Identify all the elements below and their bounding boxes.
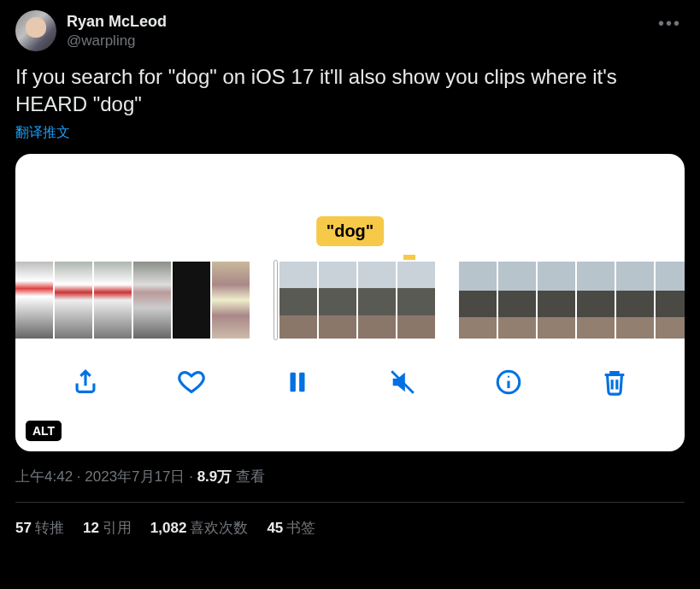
retweets-stat[interactable]: 57转推 <box>15 518 64 538</box>
bookmarks-count: 45 <box>267 520 283 536</box>
playhead[interactable] <box>274 260 278 340</box>
clip-thumbnail <box>616 262 654 339</box>
author-names: Ryan McLeod @warpling <box>67 10 167 50</box>
tweet-body: If you search for "dog" on iOS 17 it'll … <box>15 63 685 119</box>
clip-thumbnail <box>538 262 575 339</box>
alt-badge[interactable]: ALT <box>26 421 62 441</box>
quotes-label: 引用 <box>103 520 132 536</box>
media-attachment[interactable]: "dog" <box>15 154 685 451</box>
clip-thumbnail <box>173 262 210 339</box>
svg-point-5 <box>508 375 509 377</box>
tweet-container: Ryan McLeod @warpling ••• If you search … <box>0 0 700 548</box>
views-count: 8.9万 <box>197 468 232 485</box>
transcript-caption: "dog" <box>316 216 385 246</box>
retweets-count: 57 <box>15 520 32 536</box>
quotes-stat[interactable]: 12引用 <box>83 518 132 538</box>
bookmarks-stat[interactable]: 45书签 <box>267 518 315 538</box>
heart-icon[interactable] <box>174 364 209 400</box>
share-icon[interactable] <box>68 364 103 400</box>
quotes-count: 12 <box>83 520 99 536</box>
clip-thumbnail <box>94 262 132 339</box>
pause-icon[interactable] <box>279 364 315 400</box>
clip-thumbnail <box>55 262 92 339</box>
caption-area: "dog" <box>15 154 685 246</box>
author-handle[interactable]: @warpling <box>67 32 167 50</box>
svg-rect-1 <box>299 372 304 392</box>
tweet-stats: 57转推 12引用 1,082喜欢次数 45书签 <box>15 518 685 538</box>
info-icon[interactable] <box>491 364 526 400</box>
clip-thumbnail <box>279 262 317 339</box>
bookmarks-label: 书签 <box>286 520 315 536</box>
clip-thumbnail <box>397 262 435 339</box>
likes-stat[interactable]: 1,082喜欢次数 <box>150 518 249 538</box>
trash-icon[interactable] <box>597 364 632 400</box>
retweets-label: 转推 <box>35 520 64 536</box>
translate-link[interactable]: 翻译推文 <box>15 124 70 142</box>
clip-group <box>274 262 435 339</box>
caption-marker <box>403 255 415 260</box>
more-icon[interactable]: ••• <box>655 10 685 37</box>
clip-thumbnail <box>358 262 396 339</box>
views-label: 查看 <box>236 468 265 485</box>
mute-icon[interactable] <box>385 364 421 400</box>
clip-group <box>15 262 250 339</box>
divider <box>15 502 685 503</box>
clip-thumbnail <box>656 262 685 339</box>
clip-thumbnail <box>212 262 250 339</box>
clip-thumbnail <box>498 262 536 339</box>
clip-thumbnail <box>459 262 497 339</box>
date-text[interactable]: 2023年7月17日 <box>85 468 185 485</box>
media-toolbar <box>15 349 685 409</box>
time-text[interactable]: 上午4:42 <box>15 468 73 485</box>
likes-count: 1,082 <box>150 520 187 536</box>
clip-thumbnail <box>577 262 615 339</box>
tweet-header: Ryan McLeod @warpling ••• <box>15 10 685 51</box>
clip-group <box>459 262 685 339</box>
clip-thumbnail <box>133 262 171 339</box>
avatar[interactable] <box>15 10 56 51</box>
tweet-meta: 上午4:42 · 2023年7月17日 · 8.9万 查看 <box>15 467 685 486</box>
likes-label: 喜欢次数 <box>190 520 248 536</box>
video-timeline[interactable] <box>15 246 685 349</box>
clip-thumbnail <box>15 262 53 339</box>
clip-thumbnail <box>319 262 356 339</box>
author-display-name[interactable]: Ryan McLeod <box>67 12 167 32</box>
svg-rect-0 <box>290 372 295 392</box>
